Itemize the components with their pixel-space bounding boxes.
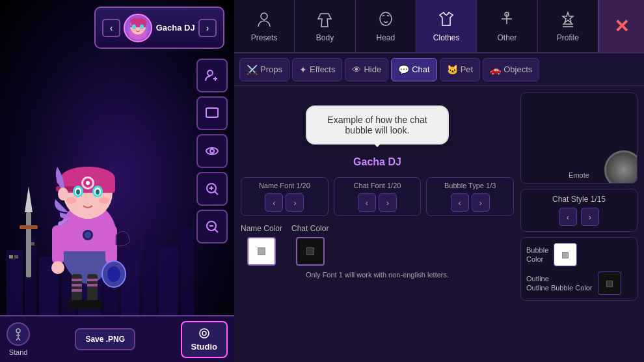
name-font-next[interactable]: ›	[286, 193, 304, 212]
svg-rect-18	[26, 212, 31, 277]
add-character-button[interactable]	[196, 59, 228, 92]
image-button[interactable]	[196, 96, 228, 130]
tab-objects[interactable]: 🚗 Objects	[483, 58, 539, 81]
chat-color-item: Chat Color	[291, 224, 329, 266]
bubble-type-prev[interactable]: ‹	[451, 193, 469, 212]
stand-button[interactable]: Stand	[7, 322, 30, 356]
prev-character-button[interactable]: ‹	[102, 19, 120, 37]
zoom-in-button[interactable]	[196, 172, 228, 206]
bubble-type-arrows: ‹ ›	[451, 193, 490, 212]
svg-rect-20	[20, 225, 38, 229]
character-display	[13, 82, 156, 310]
svg-rect-31	[52, 225, 64, 264]
name-color-swatch[interactable]	[247, 237, 276, 266]
right-side-panel: Emote Chat Style 1/15 ‹ › Bubble Color	[520, 92, 637, 355]
main-content: Example of how the chat bubble will look…	[234, 86, 644, 362]
tab-body[interactable]: Body	[295, 0, 355, 52]
svg-rect-32	[105, 225, 117, 264]
body-icon	[315, 10, 334, 31]
bottom-bar: Stand Save .PNG Studio	[0, 315, 234, 362]
svg-rect-29	[87, 279, 98, 281]
sidebar-icons	[196, 59, 228, 244]
chat-style-arrows: ‹ ›	[526, 208, 632, 226]
tab-props[interactable]: ⚔️ Props	[239, 58, 289, 81]
profile-icon	[559, 10, 577, 31]
chat-style-prev[interactable]: ‹	[559, 208, 577, 226]
svg-point-87	[200, 329, 209, 338]
svg-point-82	[16, 329, 20, 333]
svg-rect-30	[87, 284, 98, 286]
bubble-color-label: Bubble	[526, 246, 548, 254]
bubble-type-next[interactable]: ›	[472, 193, 490, 212]
close-button[interactable]: ✕	[598, 0, 644, 52]
objects-icon: 🚗	[490, 64, 501, 75]
chat-style-label: Chat Style 1/15	[526, 195, 632, 204]
tab-effects[interactable]: ✦ Effects	[292, 58, 343, 81]
svg-point-90	[380, 12, 392, 25]
hide-icon: 👁	[352, 64, 361, 75]
save-png-button[interactable]: Save .PNG	[75, 328, 135, 350]
svg-point-53	[66, 197, 77, 204]
svg-rect-62	[129, 22, 146, 27]
chat-style-section: Chat Style 1/15 ‹ ›	[520, 189, 637, 232]
emote-box: Emote	[520, 92, 637, 184]
left-panel: ‹ Gacha DJ ›	[0, 0, 234, 362]
chat-style-next[interactable]: ›	[581, 208, 599, 226]
bubble-color-swatch[interactable]	[554, 243, 577, 266]
chat-color-swatch[interactable]	[296, 237, 325, 266]
name-color-label: Name Color	[241, 224, 282, 233]
tab-head[interactable]: Head	[356, 0, 416, 52]
chat-color-label: Chat Color	[291, 224, 329, 233]
chat-bubble: Example of how the chat bubble will look…	[306, 105, 449, 145]
svg-point-67	[208, 70, 213, 76]
svg-rect-70	[206, 108, 218, 117]
color-row: Name Color Chat Color	[241, 224, 514, 266]
effects-icon: ✦	[299, 64, 307, 75]
next-character-button[interactable]: ›	[198, 19, 217, 37]
zoom-out-button[interactable]	[196, 210, 228, 244]
studio-button[interactable]: Studio	[181, 321, 228, 358]
bubble-type-selector: Bubble Type 1/3 ‹ ›	[426, 177, 514, 216]
svg-line-80	[215, 229, 218, 232]
name-font-selector: Name Font 1/20 ‹ ›	[241, 177, 329, 216]
char-name-display: Gacha DJ	[353, 156, 401, 168]
svg-rect-24	[68, 300, 85, 309]
stand-icon	[7, 322, 30, 346]
emote-circle	[604, 150, 637, 184]
svg-marker-94	[563, 12, 573, 23]
selectors-row: Name Font 1/20 ‹ › Chat Font 1/20 ‹ › Bu…	[241, 177, 514, 216]
tab-clothes[interactable]: Clothes	[416, 0, 477, 52]
bubble-color-row: Bubble Color	[526, 243, 632, 266]
tab-hide[interactable]: 👁 Hide	[345, 58, 388, 81]
name-font-prev[interactable]: ‹	[265, 193, 283, 212]
font-note: Only Font 1 will work with non-english l…	[306, 271, 449, 279]
svg-line-76	[215, 191, 218, 195]
chat-font-next[interactable]: ›	[379, 193, 397, 212]
svg-rect-28	[72, 289, 82, 292]
svg-point-74	[210, 149, 214, 153]
pet-icon: 🐱	[447, 64, 458, 75]
chat-font-arrows: ‹ ›	[358, 193, 397, 212]
svg-point-45	[86, 181, 90, 185]
svg-point-36	[107, 266, 120, 282]
svg-point-58	[85, 232, 91, 238]
bubble-section: Bubble Color Outline Outline Bubble Colo…	[520, 237, 637, 301]
chat-font-prev[interactable]: ‹	[358, 193, 376, 212]
clothes-icon	[437, 10, 455, 31]
outline-color-swatch[interactable]	[598, 272, 621, 295]
svg-rect-26	[72, 279, 82, 281]
tab-pet[interactable]: 🐱 Pet	[440, 58, 481, 81]
tab-other[interactable]: Other	[477, 0, 537, 52]
other-icon	[498, 10, 516, 31]
right-panel: Presets Body Head	[234, 0, 644, 362]
tab-chat[interactable]: 💬 Chat	[391, 58, 436, 81]
svg-point-89	[261, 13, 267, 20]
svg-rect-27	[72, 284, 82, 286]
eye-button[interactable]	[196, 134, 228, 168]
outline-label: Outline	[526, 275, 593, 283]
tab-profile[interactable]: Profile	[538, 0, 598, 52]
head-icon	[377, 10, 395, 31]
tab-presets[interactable]: Presets	[234, 0, 295, 52]
name-color-item: Name Color	[241, 224, 282, 266]
bubble-type-label: Bubble Type 1/3	[444, 182, 496, 189]
